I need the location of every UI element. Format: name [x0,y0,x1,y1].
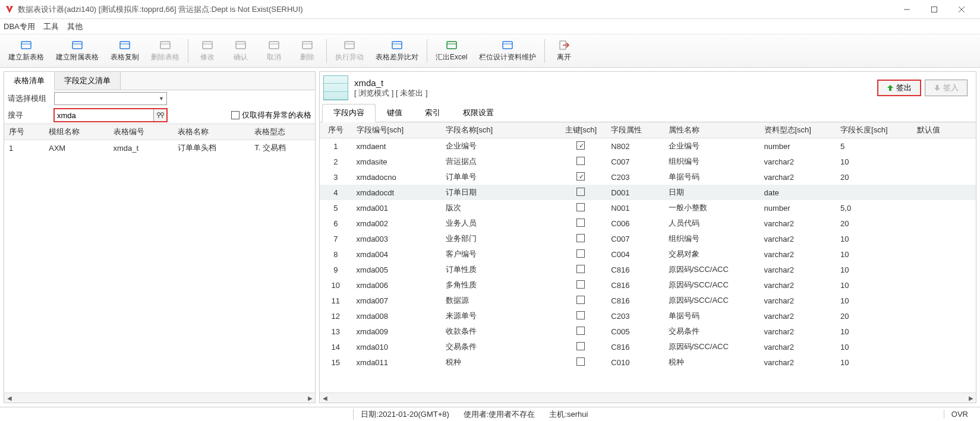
tool-confirm[interactable]: 确认 [224,37,257,64]
left-col-header[interactable]: 模组名称 [44,124,109,140]
close-button[interactable] [948,1,975,18]
pk-checkbox[interactable] [576,141,585,150]
table-row[interactable]: 12xmda008来源单号C203单据号码varchar220 [320,308,976,324]
pk-checkbox[interactable] [576,188,585,196]
table-row[interactable]: 1AXMxmda_t订单单头档T. 交易档 [4,140,315,156]
copy-table-icon [119,39,131,51]
left-col-header[interactable]: 序号 [4,124,44,140]
table-row[interactable]: 8xmda004客户编号C004交易对象varchar210 [320,246,976,262]
pk-checkbox[interactable] [576,172,585,181]
table-row[interactable]: 14xmda010交易条件C816原因码/SCC/ACCvarchar210 [320,339,976,354]
table-row[interactable]: 9xmda005订单性质C816原因码/SCC/ACCvarchar210 [320,262,976,277]
pk-checkbox[interactable] [576,157,585,165]
left-scrollbar[interactable]: ◀ ▶ [4,392,315,403]
menu-bar: DBA专用 工具 其他 [0,19,980,34]
table-row[interactable]: 10xmda006多角性质C816原因码/SCC/ACCvarchar210 [320,277,976,293]
tool-delete[interactable]: 删除 [291,37,324,64]
pk-checkbox[interactable] [576,311,585,319]
checkout-button[interactable]: 签出 [877,80,921,96]
pk-checkbox[interactable] [576,203,585,211]
right-col-header[interactable]: 字段长度[sch] [836,122,912,138]
table-row[interactable]: 15xmda011税种C010税种varchar210 [320,354,976,370]
right-grid[interactable]: 序号字段编号[sch]字段名称[sch]主键[sch]字段属性属性名称资料型态[… [320,122,976,392]
menu-dba[interactable]: DBA专用 [4,21,35,32]
right-col-header[interactable]: 字段编号[sch] [352,122,441,138]
scroll-right-icon[interactable]: ▶ [966,395,976,401]
scroll-right-icon[interactable]: ▶ [305,395,315,401]
confirm-icon [235,39,247,51]
left-col-header[interactable]: 表格编号 [109,124,174,140]
pk-checkbox[interactable] [576,265,585,273]
right-scrollbar[interactable]: ◀ ▶ [320,392,976,403]
maximize-button[interactable] [921,1,948,18]
svg-rect-10 [160,42,170,49]
pk-checkbox[interactable] [576,342,585,350]
right-col-header[interactable]: 字段名称[sch] [441,122,556,138]
sub-tab-index[interactable]: 索引 [414,104,452,122]
table-row[interactable]: 13xmda009收款条件C005交易条件varchar210 [320,324,976,339]
tool-export-excel[interactable]: 汇出Excel [430,37,473,64]
tool-exit[interactable]: 离开 [547,37,581,64]
left-grid[interactable]: 序号模组名称表格编号表格名称表格型态 1AXMxmda_t订单单头档T. 交易档 [4,124,315,392]
field-design-icon [502,39,513,51]
sub-tab-keys[interactable]: 键值 [376,104,414,122]
menu-other[interactable]: 其他 [67,21,83,32]
scroll-left-icon[interactable]: ◀ [320,395,330,401]
copy-table-label: 表格复制 [111,52,139,62]
svg-point-30 [160,113,163,116]
new-table-icon [20,39,32,51]
status-ovr: OVR [944,410,975,419]
left-col-header[interactable]: 表格型态 [250,124,315,140]
delete-icon [301,39,313,51]
table-row[interactable]: 11xmda007数据源C816原因码/SCC/ACCvarchar210 [320,293,976,308]
menu-tools[interactable]: 工具 [43,21,59,32]
tool-new-table[interactable]: 建立新表格 [2,37,50,64]
module-select[interactable]: ▼ [54,92,167,105]
right-col-header[interactable]: 属性名称 [664,122,760,138]
tool-new-sub-table[interactable]: 建立附属表格 [50,37,105,64]
scroll-left-icon[interactable]: ◀ [4,395,14,401]
right-col-header[interactable]: 主键[sch] [556,122,607,138]
search-icon[interactable] [154,109,167,122]
right-col-header[interactable]: 默认值 [912,122,976,138]
pk-checkbox[interactable] [576,234,585,242]
pk-checkbox[interactable] [576,219,585,227]
svg-rect-1 [932,7,937,12]
tool-copy-table[interactable]: 表格复制 [105,37,145,64]
tool-modify[interactable]: 修改 [191,37,224,64]
sub-tab-perm[interactable]: 权限设置 [452,104,505,122]
table-row[interactable]: 4xmdadocdt订单日期D001日期date [320,185,976,200]
exception-checkbox[interactable] [231,111,240,119]
tool-compare[interactable]: 表格差异比对 [370,37,424,64]
confirm-label: 确认 [234,52,248,62]
right-col-header[interactable]: 序号 [320,122,352,138]
right-col-header[interactable]: 字段属性 [606,122,663,138]
sub-tab-fields[interactable]: 字段内容 [322,104,376,122]
pk-checkbox[interactable] [576,296,585,304]
table-row[interactable]: 6xmda002业务人员C006人员代码varchar220 [320,216,976,231]
pk-checkbox[interactable] [576,357,585,366]
left-col-header[interactable]: 表格名称 [173,124,250,140]
pk-checkbox[interactable] [576,280,585,289]
search-input[interactable] [54,109,154,122]
pk-checkbox[interactable] [576,327,585,335]
svg-rect-12 [203,42,212,49]
pk-checkbox[interactable] [576,249,585,258]
table-row[interactable]: 3xmdadocno订单单号C203单据号码varchar220 [320,169,976,185]
new-sub-table-label: 建立附属表格 [56,52,99,62]
right-col-header[interactable]: 资料型态[sch] [760,122,836,138]
tool-field-design[interactable]: 栏位设计资料维护 [473,37,542,64]
table-row[interactable]: 5xmda001版次N001一般小整数number5,0 [320,200,976,216]
tab-table-list[interactable]: 表格清单 [4,72,55,90]
tab-field-def[interactable]: 字段定义清单 [55,72,121,90]
tool-exec-diff[interactable]: 执行异动 [329,37,370,64]
title-bar: 数据表设计器(adzi140) [测试模拟库:topprd,66] 营运据点:D… [0,0,980,19]
table-row[interactable]: 1xmdaent企业编号N802企业编号number5 [320,138,976,154]
minimize-button[interactable] [893,1,921,18]
checkin-button[interactable]: 签入 [925,80,968,96]
table-row[interactable]: 2xmdasite营运据点C007组织编号varchar210 [320,154,976,169]
tool-delete-table[interactable]: 删除表格 [145,37,185,64]
status-date: 日期:2021-01-20(GMT+8) [353,409,456,420]
table-row[interactable]: 7xmda003业务部门C007组织编号varchar210 [320,231,976,246]
tool-cancel[interactable]: 取消 [257,37,291,64]
